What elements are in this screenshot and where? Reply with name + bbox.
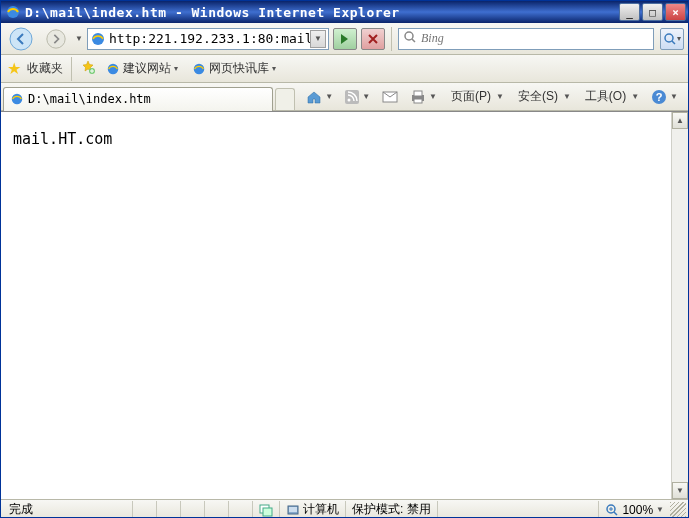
feeds-button[interactable]: ▼: [339, 85, 376, 109]
tab-current[interactable]: D:\mail\index.htm: [3, 87, 273, 111]
status-cell: [181, 501, 205, 519]
search-go-button[interactable]: ▾: [660, 28, 684, 50]
fav-item-label: 建议网站: [123, 60, 171, 77]
page-text: mail.HT.com: [13, 130, 112, 148]
svg-rect-14: [414, 91, 422, 96]
print-button[interactable]: ▼: [404, 85, 443, 109]
svg-point-2: [47, 29, 65, 47]
search-box[interactable]: [398, 28, 654, 50]
content-area: mail.HT.com ▲ ▼: [1, 111, 688, 499]
ie-icon: [106, 62, 120, 76]
status-zone[interactable]: 计算机: [280, 501, 346, 519]
status-progress: [539, 501, 599, 519]
svg-text:?: ?: [656, 91, 663, 103]
ie-logo-icon: [5, 4, 21, 20]
status-popup-blocker[interactable]: [253, 501, 280, 519]
search-input[interactable]: [421, 31, 649, 46]
status-cell: [133, 501, 157, 519]
scroll-down-button[interactable]: ▼: [672, 482, 688, 499]
zoom-value: 100%: [622, 503, 653, 517]
new-tab-button[interactable]: [275, 88, 295, 110]
scroll-track[interactable]: [672, 129, 688, 482]
tools-menu[interactable]: 工具(O)▼: [577, 85, 645, 109]
help-button[interactable]: ? ▼: [645, 85, 684, 109]
address-bar[interactable]: ▼: [87, 28, 329, 50]
svg-point-5: [665, 34, 673, 42]
address-input[interactable]: [109, 31, 310, 46]
svg-rect-15: [414, 99, 422, 103]
maximize-button[interactable]: □: [642, 3, 663, 21]
status-bar: 完成 计算机 保护模式: 禁用 100% ▼: [1, 499, 688, 518]
fav-item-label: 网页快讯库: [209, 60, 269, 77]
ie-icon: [10, 92, 24, 106]
zoom-control[interactable]: 100% ▼: [599, 503, 670, 517]
favorites-star-icon[interactable]: ★: [7, 59, 21, 78]
close-button[interactable]: ×: [665, 3, 686, 21]
minimize-button[interactable]: _: [619, 3, 640, 21]
scroll-up-button[interactable]: ▲: [672, 112, 688, 129]
tab-bar: D:\mail\index.htm ▼ ▼ ▼ 页面(P)▼ 安全(S)▼ 工具…: [1, 83, 688, 111]
page-icon: [90, 31, 106, 47]
search-icon: [403, 30, 417, 47]
status-cell: [205, 501, 229, 519]
stop-button[interactable]: [361, 28, 385, 50]
nav-history-dropdown[interactable]: ▼: [75, 34, 83, 43]
back-button[interactable]: [5, 25, 37, 53]
favorites-bar: ★ 收藏夹 建议网站 ▾ 网页快讯库 ▾: [1, 55, 688, 83]
resize-grip[interactable]: [670, 502, 686, 518]
svg-rect-19: [263, 508, 272, 516]
favorites-add-icon[interactable]: [80, 59, 96, 78]
status-cell: [157, 501, 181, 519]
mail-button[interactable]: [376, 85, 404, 109]
nav-toolbar: ▼ ▼ ▾: [1, 23, 688, 55]
page-menu[interactable]: 页面(P)▼: [443, 85, 510, 109]
safety-menu[interactable]: 安全(S)▼: [510, 85, 577, 109]
page-body: mail.HT.com: [1, 112, 671, 499]
svg-point-11: [348, 98, 351, 101]
svg-point-1: [10, 28, 32, 50]
svg-rect-21: [289, 507, 297, 512]
status-protected-mode: 保护模式: 禁用: [346, 501, 438, 519]
tab-title: D:\mail\index.htm: [28, 92, 151, 106]
fav-item-slices[interactable]: 网页快讯库 ▾: [188, 58, 280, 79]
separator: [71, 57, 72, 81]
command-bar: ▼ ▼ ▼ 页面(P)▼ 安全(S)▼ 工具(O)▼ ? ▼: [300, 85, 688, 109]
forward-button[interactable]: [41, 25, 71, 53]
address-dropdown[interactable]: ▼: [310, 30, 326, 48]
ie-icon: [192, 62, 206, 76]
vertical-scrollbar[interactable]: ▲ ▼: [671, 112, 688, 499]
status-done: 完成: [3, 501, 133, 519]
home-button[interactable]: ▼: [300, 85, 339, 109]
svg-point-4: [405, 32, 413, 40]
status-cell: [229, 501, 253, 519]
favorites-label[interactable]: 收藏夹: [27, 60, 63, 77]
separator: [391, 27, 392, 51]
title-bar: D:\mail\index.htm - Windows Internet Exp…: [1, 1, 688, 23]
window-controls: _ □ ×: [619, 3, 686, 21]
go-button[interactable]: [333, 28, 357, 50]
window-title: D:\mail\index.htm - Windows Internet Exp…: [25, 5, 619, 20]
fav-item-suggested[interactable]: 建议网站 ▾: [102, 58, 182, 79]
